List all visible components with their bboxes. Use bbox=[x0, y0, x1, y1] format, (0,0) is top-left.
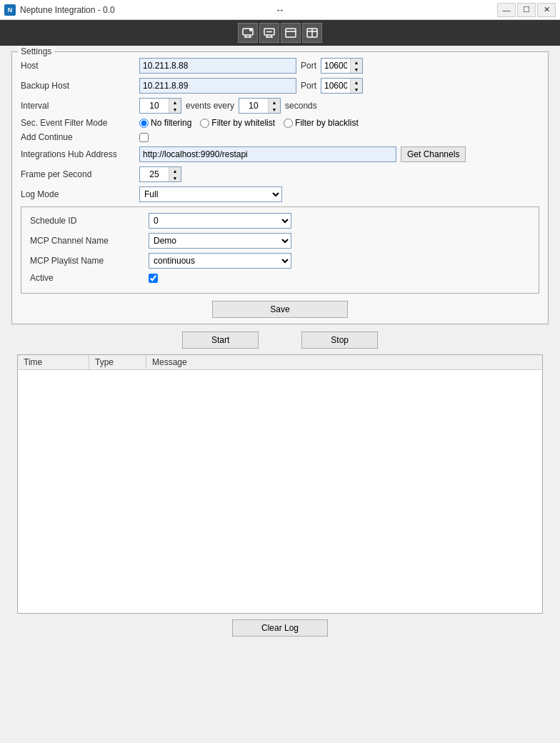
log-mode-select[interactable]: Full Minimal None bbox=[139, 186, 282, 202]
filter-whitelist[interactable]: Filter by whitelist bbox=[200, 118, 275, 128]
toolbar-btn-3[interactable] bbox=[281, 23, 301, 43]
fps-up[interactable]: ▲ bbox=[169, 167, 181, 174]
mcp-playlist-select[interactable]: continuous playlist1 bbox=[149, 253, 291, 269]
add-continue-checkbox[interactable] bbox=[139, 133, 149, 142]
stop-button[interactable]: Stop bbox=[301, 331, 378, 349]
inner-right bbox=[306, 213, 530, 287]
filter-row: Sec. Event Filter Mode No filtering Filt… bbox=[21, 118, 539, 128]
host-port-input[interactable] bbox=[321, 59, 350, 73]
filter-radio-group: No filtering Filter by whitelist Filter … bbox=[139, 118, 359, 128]
fps-input[interactable] bbox=[140, 167, 169, 181]
inner-left: Schedule ID 0 1 2 MCP Channel Name Demo … bbox=[30, 213, 291, 287]
log-type-col: Type bbox=[89, 355, 146, 369]
interval-down[interactable]: ▼ bbox=[169, 106, 181, 113]
settings-group: Settings Host Port ▲ ▼ Backup Host Port bbox=[11, 51, 549, 324]
filter-blacklist[interactable]: Filter by blacklist bbox=[284, 118, 359, 128]
interval-label: Interval bbox=[21, 101, 135, 111]
interval-seconds-down[interactable]: ▼ bbox=[269, 106, 280, 113]
toolbar-btn-4[interactable] bbox=[302, 23, 322, 43]
log-mode-label: Log Mode bbox=[21, 189, 135, 199]
fps-row: Frame per Second ▲ ▼ bbox=[21, 166, 539, 182]
integrations-hub-row: Integrations Hub Address Get Channels bbox=[21, 146, 539, 162]
host-label: Host bbox=[21, 61, 135, 71]
window-title: Neptune Integration - 0.0 bbox=[20, 5, 115, 15]
log-mode-row: Log Mode Full Minimal None bbox=[21, 186, 539, 202]
mcp-playlist-label: MCP Playlist Name bbox=[30, 256, 144, 266]
log-header: Time Type Message bbox=[18, 355, 542, 370]
toolbar-btn-1[interactable] bbox=[238, 23, 258, 43]
mcp-playlist-row: MCP Playlist Name continuous playlist1 bbox=[30, 253, 291, 269]
interval-mid-text: events every bbox=[186, 101, 234, 111]
resize-icon: ↔ bbox=[275, 4, 285, 16]
backup-port-spinbox: ▲ ▼ bbox=[321, 78, 363, 94]
log-message-col: Message bbox=[146, 355, 542, 369]
interval-input[interactable] bbox=[140, 99, 169, 113]
backup-host-label: Backup Host bbox=[21, 81, 135, 91]
backup-port-up[interactable]: ▲ bbox=[351, 79, 362, 86]
interval-seconds-spinbox: ▲ ▼ bbox=[239, 98, 281, 114]
fps-spinbox: ▲ ▼ bbox=[139, 166, 181, 182]
add-continue-row: Add Continue bbox=[21, 132, 539, 142]
host-port-down[interactable]: ▼ bbox=[351, 66, 362, 73]
host-port-spinbox: ▲ ▼ bbox=[321, 58, 363, 74]
mcp-channel-row: MCP Channel Name Demo Channel 1 bbox=[30, 233, 291, 249]
host-port-up[interactable]: ▲ bbox=[351, 59, 362, 66]
svg-point-4 bbox=[249, 29, 252, 31]
filter-label: Sec. Event Filter Mode bbox=[21, 118, 135, 128]
start-stop-row: Start Stop bbox=[11, 331, 549, 349]
minimize-button[interactable]: — bbox=[497, 3, 516, 17]
filter-blacklist-label: Filter by blacklist bbox=[295, 118, 359, 128]
clear-log-button[interactable]: Clear Log bbox=[232, 619, 328, 637]
active-checkbox[interactable] bbox=[149, 274, 158, 283]
save-btn-row: Save bbox=[21, 301, 539, 318]
interval-row: Interval ▲ ▼ events every ▲ ▼ seconds bbox=[21, 98, 539, 114]
close-button[interactable]: ✕ bbox=[537, 3, 556, 17]
interval-seconds-up[interactable]: ▲ bbox=[269, 99, 280, 106]
main-content: Settings Host Port ▲ ▼ Backup Host Port bbox=[0, 46, 560, 648]
interval-spinbox: ▲ ▼ bbox=[139, 98, 181, 114]
filter-radio-blacklist[interactable] bbox=[284, 119, 293, 128]
schedule-id-label: Schedule ID bbox=[30, 216, 144, 226]
log-panel: Time Type Message bbox=[17, 354, 543, 614]
backup-port-input[interactable] bbox=[321, 79, 350, 93]
add-continue-label: Add Continue bbox=[21, 132, 135, 142]
inner-settings-group: Schedule ID 0 1 2 MCP Channel Name Demo … bbox=[21, 206, 539, 294]
schedule-id-select[interactable]: 0 1 2 bbox=[149, 213, 291, 229]
filter-whitelist-label: Filter by whitelist bbox=[211, 118, 275, 128]
settings-legend: Settings bbox=[18, 46, 54, 56]
filter-no-filtering-label: No filtering bbox=[151, 118, 191, 128]
get-channels-button[interactable]: Get Channels bbox=[401, 146, 466, 162]
integrations-hub-label: Integrations Hub Address bbox=[21, 149, 135, 159]
active-label: Active bbox=[30, 273, 144, 283]
filter-no-filtering[interactable]: No filtering bbox=[139, 118, 191, 128]
bottom-row: Clear Log bbox=[11, 619, 549, 637]
active-row: Active bbox=[30, 273, 291, 283]
backup-host-input[interactable] bbox=[139, 78, 296, 94]
host-input[interactable] bbox=[139, 58, 296, 74]
maximize-button[interactable]: ☐ bbox=[517, 3, 536, 17]
interval-suffix-text: seconds bbox=[285, 101, 317, 111]
host-row: Host Port ▲ ▼ bbox=[21, 58, 539, 74]
fps-label: Frame per Second bbox=[21, 169, 135, 179]
interval-seconds-input[interactable] bbox=[239, 99, 268, 113]
svg-rect-10 bbox=[286, 29, 296, 37]
interval-up[interactable]: ▲ bbox=[169, 99, 181, 106]
title-bar: N Neptune Integration - 0.0 ↔ — ☐ ✕ bbox=[0, 0, 560, 20]
backup-port-label: Port bbox=[301, 81, 316, 91]
app-icon: N bbox=[4, 4, 16, 16]
mcp-channel-select[interactable]: Demo Channel 1 bbox=[149, 233, 291, 249]
save-button[interactable]: Save bbox=[212, 301, 347, 318]
schedule-id-row: Schedule ID 0 1 2 bbox=[30, 213, 291, 229]
mcp-channel-label: MCP Channel Name bbox=[30, 236, 144, 246]
backup-host-row: Backup Host Port ▲ ▼ bbox=[21, 78, 539, 94]
filter-radio-no-filtering[interactable] bbox=[139, 119, 149, 128]
start-button[interactable]: Start bbox=[182, 331, 259, 349]
toolbar bbox=[0, 20, 560, 46]
log-body[interactable] bbox=[18, 370, 542, 613]
integrations-hub-input[interactable] bbox=[139, 146, 396, 162]
fps-down[interactable]: ▼ bbox=[169, 174, 181, 181]
log-time-col: Time bbox=[18, 355, 89, 369]
backup-port-down[interactable]: ▼ bbox=[351, 86, 362, 93]
filter-radio-whitelist[interactable] bbox=[200, 119, 209, 128]
toolbar-btn-2[interactable] bbox=[259, 23, 279, 43]
